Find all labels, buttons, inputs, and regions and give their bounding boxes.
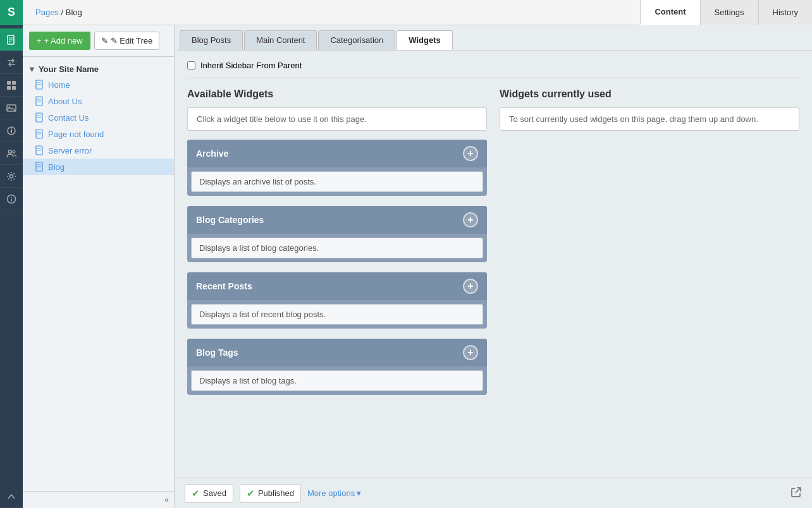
- widget-archive-title: Archive: [196, 148, 228, 159]
- tree-item-not-found-label: Page not found: [48, 130, 104, 139]
- collapse-icon: «: [164, 495, 169, 504]
- tree-item-about-label: About Us: [48, 97, 82, 106]
- breadcrumb-current: Blog: [66, 8, 82, 17]
- widget-blog-tags-description: Displays a list of blog tags.: [191, 370, 483, 391]
- site-logo: S: [0, 0, 23, 25]
- main-layout: + + Add new ✎ ✎ Edit Tree ▼ Your Site Na…: [0, 25, 812, 508]
- svg-rect-5: [12, 81, 16, 85]
- top-tabs: Content Settings History: [640, 0, 812, 25]
- icon-settings[interactable]: [0, 165, 23, 188]
- breadcrumb-pages[interactable]: Pages: [35, 8, 59, 17]
- svg-rect-4: [7, 81, 11, 85]
- icon-sidebar: [0, 25, 23, 508]
- tab-widgets[interactable]: Widgets: [397, 30, 452, 50]
- tab-main-content[interactable]: Main Content: [244, 30, 317, 50]
- icon-collapse-bottom[interactable]: [0, 485, 23, 508]
- svg-point-17: [11, 197, 12, 198]
- currently-used-info: To sort currently used widgets on this p…: [500, 107, 799, 131]
- breadcrumb-sep: /: [61, 8, 66, 17]
- icon-info[interactable]: [0, 188, 23, 210]
- svg-point-15: [10, 174, 13, 178]
- saved-check-icon: ✔: [192, 488, 200, 499]
- tree-item-home[interactable]: Home: [23, 76, 174, 93]
- widget-card-archive: Archive + Displays an archive list of po…: [187, 140, 487, 196]
- available-widgets-col: Available Widgets Click a widget title b…: [187, 88, 487, 405]
- icon-transfer[interactable]: [0, 51, 23, 74]
- widget-card-recent-posts: Recent Posts + Displays a list of recent…: [187, 272, 487, 329]
- tree-item-about[interactable]: About Us: [23, 93, 174, 109]
- published-check-icon: ✔: [247, 488, 255, 499]
- bottom-bar: ✔ Saved ✔ Published More options ▾: [175, 478, 812, 508]
- icon-users[interactable]: [0, 142, 23, 165]
- widget-blog-tags-header: Blog Tags +: [187, 339, 487, 366]
- sub-tabs: Blog Posts Main Content Categorisation W…: [175, 25, 812, 51]
- tree-item-server-error[interactable]: Server error: [23, 142, 174, 159]
- svg-point-13: [9, 150, 12, 153]
- tree-item-home-label: Home: [48, 80, 70, 90]
- bottom-bar-right: [790, 487, 802, 500]
- pencil-icon: ✎: [101, 36, 108, 45]
- available-widgets-title: Available Widgets: [187, 88, 487, 100]
- widget-recent-posts-title: Recent Posts: [196, 281, 252, 291]
- tree-item-blog[interactable]: Blog: [23, 159, 174, 175]
- widget-archive-description: Displays an archive list of posts.: [191, 171, 483, 192]
- tree-item-server-error-label: Server error: [48, 146, 92, 155]
- tree-item-contact-label: Contact Us: [48, 113, 89, 123]
- sidebar-toolbar: + + Add new ✎ ✎ Edit Tree: [23, 25, 174, 57]
- tab-blog-posts[interactable]: Blog Posts: [180, 30, 243, 50]
- plus-icon: +: [37, 36, 42, 45]
- svg-rect-6: [7, 86, 11, 90]
- sidebar-collapse-btn[interactable]: «: [23, 491, 174, 508]
- edit-tree-label: ✎ Edit Tree: [111, 36, 153, 45]
- inherit-label[interactable]: Inherit Sidebar From Parent: [200, 61, 302, 70]
- tab-content[interactable]: Content: [640, 0, 699, 25]
- svg-rect-18: [11, 198, 12, 202]
- svg-point-14: [13, 150, 15, 153]
- saved-badge: ✔ Saved: [185, 484, 233, 503]
- inherit-checkbox[interactable]: [187, 61, 195, 70]
- tab-history[interactable]: History: [758, 0, 812, 25]
- tab-settings[interactable]: Settings: [700, 0, 758, 25]
- breadcrumb-area: Pages / Blog: [29, 8, 640, 17]
- more-options-button[interactable]: More options ▾: [307, 488, 361, 498]
- currently-used-col: Widgets currently used To sort currently…: [500, 88, 799, 405]
- more-options-arrow: ▾: [357, 488, 361, 498]
- pages-sidebar: + + Add new ✎ ✎ Edit Tree ▼ Your Site Na…: [23, 25, 175, 508]
- top-bar: S Pages / Blog Content Settings History: [0, 0, 812, 25]
- tree-item-not-found[interactable]: Page not found: [23, 126, 174, 142]
- svg-rect-12: [11, 130, 12, 133]
- widget-recent-posts-header: Recent Posts +: [187, 272, 487, 300]
- icon-pages[interactable]: [0, 28, 23, 51]
- edit-tree-button[interactable]: ✎ ✎ Edit Tree: [94, 32, 160, 50]
- currently-used-title: Widgets currently used: [500, 88, 799, 100]
- tree-item-contact[interactable]: Contact Us: [23, 109, 174, 126]
- widget-recent-posts-add-btn[interactable]: +: [463, 279, 478, 294]
- widget-card-blog-tags: Blog Tags + Displays a list of blog tags…: [187, 339, 487, 395]
- widget-archive-add-btn[interactable]: +: [463, 146, 478, 161]
- add-new-label: + Add new: [44, 36, 83, 45]
- site-name-row[interactable]: ▼ Your Site Name: [23, 62, 174, 76]
- site-name: Your Site Name: [39, 64, 99, 74]
- external-link-button[interactable]: [790, 487, 802, 500]
- site-tree: ▼ Your Site Name Home About Us Contact U…: [23, 57, 174, 491]
- inherit-row: Inherit Sidebar From Parent: [187, 61, 799, 78]
- tab-categorisation[interactable]: Categorisation: [318, 30, 395, 50]
- icon-image[interactable]: [0, 97, 23, 119]
- widget-blog-categories-add-btn[interactable]: +: [463, 212, 478, 227]
- widget-card-blog-categories: Blog Categories + Displays a list of blo…: [187, 206, 487, 262]
- add-new-button[interactable]: + + Add new: [29, 32, 90, 50]
- more-options-label: More options: [307, 488, 355, 498]
- available-widgets-info: Click a widget title below to use it on …: [187, 107, 487, 131]
- icon-grid[interactable]: [0, 74, 23, 97]
- tree-item-blog-label: Blog: [48, 162, 65, 172]
- published-badge: ✔ Published: [240, 484, 301, 503]
- widget-blog-categories-description: Displays a list of blog categories.: [191, 238, 483, 258]
- widget-blog-tags-title: Blog Tags: [196, 348, 238, 358]
- icon-circle[interactable]: [0, 119, 23, 142]
- widget-recent-posts-description: Displays a list of recent blog posts.: [191, 304, 483, 325]
- widget-blog-tags-add-btn[interactable]: +: [463, 345, 478, 360]
- svg-point-11: [11, 128, 12, 130]
- published-label: Published: [258, 488, 294, 498]
- tree-arrow: ▼: [28, 64, 36, 74]
- widget-blog-categories-title: Blog Categories: [196, 215, 264, 225]
